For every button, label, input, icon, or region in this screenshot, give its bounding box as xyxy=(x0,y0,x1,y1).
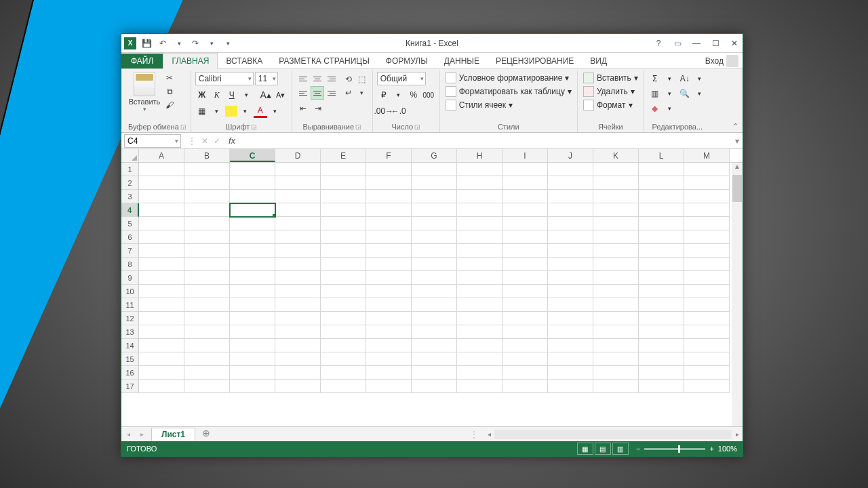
cell-K5[interactable] xyxy=(593,217,639,230)
cell-F2[interactable] xyxy=(366,176,412,190)
redo-dropdown-icon[interactable]: ▾ xyxy=(205,37,218,49)
redo-icon[interactable]: ↷ xyxy=(189,37,201,49)
cell-G17[interactable] xyxy=(412,380,457,393)
row-header-15[interactable]: 15 xyxy=(121,352,139,366)
cell-G14[interactable] xyxy=(412,339,457,352)
cell-L2[interactable] xyxy=(639,176,684,190)
name-box[interactable]: C4 xyxy=(124,134,181,148)
align-left-icon[interactable] xyxy=(296,86,310,100)
column-header-A[interactable]: A xyxy=(139,149,184,162)
cell-H15[interactable] xyxy=(457,352,502,366)
cell-F14[interactable] xyxy=(366,339,412,352)
cell-L4[interactable] xyxy=(639,203,684,217)
qat-customize-icon[interactable]: ▾ xyxy=(222,37,234,49)
align-center-icon[interactable] xyxy=(311,86,324,100)
tab-data[interactable]: ДАННЫЕ xyxy=(436,54,488,68)
clear-icon[interactable]: ◆ xyxy=(648,102,662,115)
row-header-14[interactable]: 14 xyxy=(121,339,139,352)
format-cells-button[interactable]: Формат▾ xyxy=(582,99,634,111)
cell-M5[interactable] xyxy=(684,217,730,230)
font-name-combo[interactable]: Calibri xyxy=(195,72,254,85)
clipboard-launcher-icon[interactable]: ◲ xyxy=(180,123,186,130)
row-header-13[interactable]: 13 xyxy=(121,325,139,339)
column-header-F[interactable]: F xyxy=(366,149,412,162)
increase-decimal-icon[interactable]: .00→ xyxy=(377,104,391,118)
tab-formulas[interactable]: ФОРМУЛЫ xyxy=(378,54,436,68)
cell-E9[interactable] xyxy=(321,271,366,285)
cell-J14[interactable] xyxy=(548,339,593,352)
scroll-left-icon[interactable]: ◂ xyxy=(484,430,494,438)
cancel-entry-icon[interactable]: ✕ xyxy=(201,136,208,146)
cell-K17[interactable] xyxy=(593,380,639,393)
cell-F4[interactable] xyxy=(366,203,412,217)
cell-K12[interactable] xyxy=(593,312,639,325)
font-color-icon[interactable]: A xyxy=(254,104,267,118)
cell-M1[interactable] xyxy=(684,163,730,176)
cell-A1[interactable] xyxy=(139,163,184,176)
cell-H2[interactable] xyxy=(457,176,502,190)
row-header-2[interactable]: 2 xyxy=(121,176,139,190)
cell-F12[interactable] xyxy=(366,312,412,325)
cell-H1[interactable] xyxy=(457,163,502,176)
cell-F7[interactable] xyxy=(366,244,412,258)
cell-E5[interactable] xyxy=(321,217,366,230)
cell-F15[interactable] xyxy=(366,352,412,366)
cell-D2[interactable] xyxy=(275,176,321,190)
delete-cells-button[interactable]: Удалить▾ xyxy=(582,85,636,98)
cell-M16[interactable] xyxy=(684,366,730,380)
cell-G12[interactable] xyxy=(412,312,457,325)
cell-B13[interactable] xyxy=(184,325,230,339)
cell-J10[interactable] xyxy=(548,285,593,298)
cell-F5[interactable] xyxy=(366,217,412,230)
cell-A4[interactable] xyxy=(139,203,184,217)
cell-E11[interactable] xyxy=(321,298,366,312)
fill-dropdown-icon[interactable]: ▾ xyxy=(663,87,677,100)
vertical-scroll-thumb[interactable] xyxy=(732,175,742,202)
cell-I9[interactable] xyxy=(502,271,548,285)
cell-A2[interactable] xyxy=(139,176,184,190)
cell-B9[interactable] xyxy=(184,271,230,285)
cell-B16[interactable] xyxy=(184,366,230,380)
row-header-9[interactable]: 9 xyxy=(121,271,139,285)
cell-K1[interactable] xyxy=(593,163,639,176)
cell-J11[interactable] xyxy=(548,298,593,312)
sign-in[interactable]: Вход xyxy=(705,55,738,67)
cell-E6[interactable] xyxy=(321,230,366,244)
cell-D14[interactable] xyxy=(275,339,321,352)
cell-H14[interactable] xyxy=(457,339,502,352)
cell-L1[interactable] xyxy=(639,163,684,176)
row-header-4[interactable]: 4 xyxy=(121,203,139,217)
undo-dropdown-icon[interactable]: ▾ xyxy=(173,37,185,49)
cell-J6[interactable] xyxy=(548,230,593,244)
cell-E13[interactable] xyxy=(321,325,366,339)
cell-L9[interactable] xyxy=(639,271,684,285)
column-header-M[interactable]: M xyxy=(684,149,730,162)
alignment-launcher-icon[interactable]: ◲ xyxy=(355,123,361,130)
cell-styles-button[interactable]: Стили ячеек▾ xyxy=(444,99,514,111)
cell-E14[interactable] xyxy=(321,339,366,352)
cell-K3[interactable] xyxy=(593,190,639,203)
column-header-G[interactable]: G xyxy=(412,149,457,162)
cell-G8[interactable] xyxy=(412,258,457,271)
collapse-ribbon-icon[interactable]: ⌃ xyxy=(732,122,738,131)
cell-C1[interactable] xyxy=(230,163,275,176)
cell-A16[interactable] xyxy=(139,366,184,380)
save-icon[interactable]: 💾 xyxy=(140,37,153,49)
row-header-11[interactable]: 11 xyxy=(121,298,139,312)
insert-cells-button[interactable]: Вставить▾ xyxy=(582,72,639,84)
cell-F17[interactable] xyxy=(366,380,412,393)
tab-insert[interactable]: ВСТАВКА xyxy=(218,54,271,68)
cell-H16[interactable] xyxy=(457,366,502,380)
cell-K15[interactable] xyxy=(593,352,639,366)
cell-F9[interactable] xyxy=(366,271,412,285)
decrease-decimal-icon[interactable]: ←.0 xyxy=(392,104,406,118)
cell-H3[interactable] xyxy=(457,190,502,203)
cell-I16[interactable] xyxy=(502,366,548,380)
autosum-icon[interactable]: Σ xyxy=(648,72,662,85)
cell-L5[interactable] xyxy=(639,217,684,230)
cell-M15[interactable] xyxy=(684,352,730,366)
row-header-8[interactable]: 8 xyxy=(121,258,139,271)
cell-I10[interactable] xyxy=(502,285,548,298)
cell-M11[interactable] xyxy=(684,298,730,312)
fill-color-icon[interactable] xyxy=(225,106,237,117)
